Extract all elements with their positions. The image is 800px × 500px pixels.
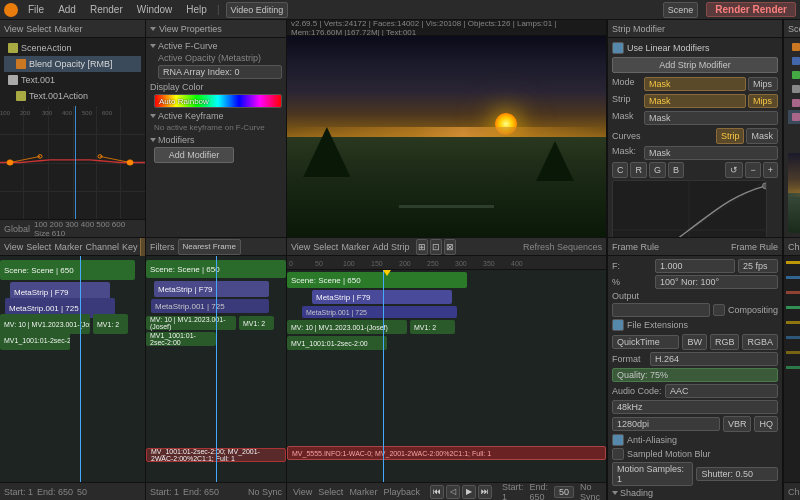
bw-btn[interactable]: BW <box>682 334 707 350</box>
outliner-item-text[interactable]: Text <box>788 96 800 110</box>
output-path[interactable] <box>612 303 710 317</box>
tree-item-2[interactable]: Text.001 <box>4 72 141 88</box>
bitrate-val[interactable]: 48kHz <box>612 400 778 414</box>
curve-minus[interactable]: − <box>745 162 760 178</box>
mode-value2[interactable]: Mips <box>748 77 778 91</box>
channel-area[interactable] <box>784 256 800 482</box>
channel-r[interactable]: R <box>630 162 647 178</box>
mode-selector[interactable]: Video Editing <box>226 2 289 18</box>
samples-val[interactable]: Motion Samples: 1 <box>612 462 694 486</box>
seq-menu-key[interactable]: Key <box>122 242 138 252</box>
outliner-item-animation[interactable]: Animation <box>788 54 800 68</box>
nle-meta2[interactable]: MetaStrip.001 | 725 <box>151 299 269 313</box>
nle-mv1[interactable]: MV: 10 | MV1.2023.001-(Josef) <box>146 316 236 330</box>
mode-value[interactable]: Mask <box>644 77 746 91</box>
pb-select-menu[interactable]: Select <box>318 487 343 497</box>
outliner-item-camera[interactable]: Camera <box>788 82 800 96</box>
seq-track-mv3[interactable]: MV1_1001:01-2sec-2:00 <box>0 330 70 350</box>
graph-menu-select[interactable]: Select <box>26 24 51 34</box>
vbr-btn[interactable]: VBR <box>723 416 752 432</box>
play-back-btn[interactable]: ◁ <box>446 485 460 499</box>
compositing-check[interactable] <box>713 304 725 316</box>
rgb-mode-btn[interactable]: RGB <box>710 334 740 350</box>
strip-row-val[interactable]: Mask <box>644 94 746 108</box>
bezier-curve-graph[interactable] <box>612 180 767 238</box>
aa-check[interactable] <box>612 434 624 446</box>
main-mv1b[interactable]: MV1: 2 <box>410 320 455 334</box>
graph-menu-marker[interactable]: Marker <box>54 24 82 34</box>
rna-array-value[interactable]: RNA Array Index: 0 <box>158 65 282 79</box>
curves-mask-btn[interactable]: Mask <box>746 128 778 144</box>
outliner-item-linestyle[interactable]: LineStyle <box>788 68 800 82</box>
channel-b[interactable]: B <box>668 162 684 178</box>
nle-filters[interactable]: Filters <box>150 242 175 252</box>
main-scene-strip[interactable]: Scene: Scene | 650 <box>287 272 467 288</box>
main-meta2[interactable]: MetaStrip.001 | 725 <box>302 306 457 318</box>
pb-end-f[interactable]: End: 650 <box>529 482 548 501</box>
nle-meta1[interactable]: MetaStrip | F79 <box>154 281 269 297</box>
channel-g[interactable]: G <box>649 162 666 178</box>
strip-row-val2[interactable]: Mips <box>748 94 778 108</box>
pb-marker[interactable]: Marker <box>349 487 377 497</box>
main-red-strip[interactable]: MV_5555.INFO:1-WAC-0; MV_2001-2WAC-2:00%… <box>287 446 606 460</box>
nle-c-select[interactable]: Select <box>313 242 338 252</box>
play-btn[interactable]: ▶ <box>462 485 476 499</box>
refresh-seq[interactable]: Refresh Sequences <box>523 242 602 252</box>
pb-playback[interactable]: Playback <box>383 487 420 497</box>
res-x[interactable]: 100° Nor: 100° <box>655 275 778 289</box>
seq-menu-select[interactable]: Select <box>26 242 51 252</box>
dpi-val[interactable]: 1280dpi <box>612 417 720 431</box>
rgba-btn[interactable]: RGBA <box>742 334 778 350</box>
shutter-val[interactable]: Shutter: 0.50 <box>696 467 778 481</box>
nle-c-view[interactable]: View <box>291 242 310 252</box>
seq-menu-view[interactable]: View <box>4 242 23 252</box>
magnet-icon[interactable]: ⊡ <box>430 239 442 255</box>
hq-btn[interactable]: HQ <box>754 416 778 432</box>
seq-menu-marker[interactable]: Marker <box>54 242 82 252</box>
seq-track-scene[interactable]: Scene: Scene | 650 <box>0 260 135 280</box>
outliner-item-renderlayers[interactable]: RenderLayers <box>788 40 800 54</box>
cm-value[interactable]: Mask <box>644 146 778 160</box>
nle-c-marker[interactable]: Marker <box>341 242 369 252</box>
curve-reset[interactable]: ↺ <box>725 162 743 178</box>
tree-item-0[interactable]: SceneAction <box>4 40 141 56</box>
main-mv1001[interactable]: MV1_1001:01-2sec-2:00 <box>287 336 387 350</box>
color-picker[interactable]: Auto Rainbow <box>154 94 282 108</box>
skip-start-btn[interactable]: ⏮ <box>430 485 444 499</box>
menu-help[interactable]: Help <box>182 4 211 15</box>
fps-val[interactable]: 1.000 <box>655 259 735 273</box>
nle-main-tracks[interactable]: Scene: Scene | 650 MetaStrip | F79 MetaS… <box>287 270 606 482</box>
skip-end-btn[interactable]: ⏭ <box>478 485 492 499</box>
nle-nearest[interactable]: Nearest Frame <box>178 239 241 255</box>
pb-sync[interactable]: No Sync <box>580 482 600 501</box>
file-ext-check[interactable] <box>612 319 624 331</box>
nle-c-add[interactable]: Add Strip <box>372 242 409 252</box>
scene-selector[interactable]: Scene <box>663 2 699 18</box>
add-modifier-btn[interactable]: Add Modifier <box>154 147 234 163</box>
tree-item-1[interactable]: Blend Opacity [RMB] <box>4 56 141 72</box>
menu-add[interactable]: Add <box>54 4 80 15</box>
curves-strip-btn[interactable]: Strip <box>716 128 745 144</box>
curve-plus[interactable]: + <box>763 162 778 178</box>
nle-mv2[interactable]: MV1: 2 <box>239 316 274 330</box>
render-image-view[interactable] <box>287 36 606 238</box>
graph-menu-view[interactable]: View <box>4 24 23 34</box>
fps-val2[interactable]: 25 fps <box>738 259 778 273</box>
add-strip-btn[interactable]: Add Strip Modifier <box>612 57 778 73</box>
seq-track-mv2[interactable]: MV1: 2 <box>93 314 128 334</box>
menu-window[interactable]: Window <box>133 4 177 15</box>
main-mv1[interactable]: MV: 10 | MV1.2023.001-(Josef) <box>287 320 407 334</box>
use-linear-check[interactable] <box>612 42 624 54</box>
menu-render[interactable]: Render <box>86 4 127 15</box>
motblur-check[interactable] <box>612 448 624 460</box>
channel-c[interactable]: C <box>612 162 629 178</box>
codec-val[interactable]: QuickTime <box>612 335 679 349</box>
pb-view[interactable]: View <box>293 487 312 497</box>
quality-bar[interactable]: Quality: 75% <box>612 368 778 382</box>
tree-item-3[interactable]: Text.001Action <box>4 88 141 104</box>
nle-tracks-mid[interactable]: Scene: Scene | 650 MetaStrip | F79 MetaS… <box>146 256 286 482</box>
mask-value[interactable]: Mask <box>644 111 778 125</box>
nle-mv3[interactable]: MV1_1001:01-2sec-2:00 <box>146 332 216 346</box>
outliner-item-text001[interactable]: Text.001 <box>788 110 800 124</box>
fcurve-graph[interactable]: 100 200 300 400 500 600 <box>0 106 145 219</box>
